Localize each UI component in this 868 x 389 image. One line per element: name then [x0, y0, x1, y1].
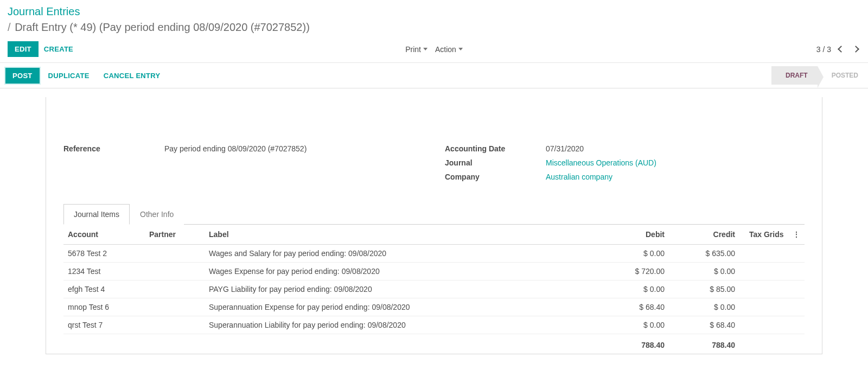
cell-debit: $ 0.00 — [598, 280, 669, 298]
table-row[interactable]: qrst Test 7Superannuation Liability for … — [63, 316, 805, 334]
cell-label: Superannuation Liability for pay period … — [205, 316, 598, 334]
print-menu[interactable]: Print — [405, 45, 427, 54]
cell-credit: $ 635.00 — [669, 245, 739, 263]
cell-partner — [145, 298, 205, 316]
th-credit[interactable]: Credit — [669, 225, 739, 245]
action-label: Action — [435, 45, 456, 54]
company-label: Company — [445, 173, 546, 181]
cell-blank — [788, 316, 805, 334]
pager-prev-button[interactable] — [837, 43, 846, 55]
cell-tax — [739, 298, 788, 316]
cell-debit: $ 0.00 — [598, 245, 669, 263]
cell-account: efgh Test 4 — [63, 280, 145, 298]
breadcrumb-current: Draft Entry (* 49) (Pay period ending 08… — [15, 21, 310, 33]
total-credit: 788.40 — [669, 334, 739, 354]
cell-label: PAYG Liability for pay period ending: 09… — [205, 280, 598, 298]
cancel-entry-button[interactable]: CANCEL ENTRY — [98, 68, 166, 83]
breadcrumb-slash: / — [8, 21, 11, 33]
cell-account: 1234 Test — [63, 263, 145, 280]
control-bar: EDIT CREATE Print Action 3 / 3 — [0, 38, 868, 63]
print-label: Print — [405, 45, 421, 54]
cell-debit: $ 68.40 — [598, 298, 669, 316]
th-partner[interactable]: Partner — [145, 225, 205, 245]
journal-items-table: Account Partner Label Debit Credit Tax G… — [63, 225, 805, 354]
edit-button[interactable]: EDIT — [8, 41, 39, 57]
cell-partner — [145, 245, 205, 263]
cell-debit: $ 0.00 — [598, 316, 669, 334]
breadcrumb: Journal Entries / Draft Entry (* 49) (Pa… — [0, 0, 868, 38]
pager-value[interactable]: 3 / 3 — [816, 45, 831, 54]
cell-account: qrst Test 7 — [63, 316, 145, 334]
tabs: Journal Items Other Info — [63, 203, 805, 225]
table-row[interactable]: efgh Test 4PAYG Liability for pay period… — [63, 280, 805, 298]
duplicate-button[interactable]: DUPLICATE — [43, 68, 95, 83]
reference-label: Reference — [63, 144, 164, 153]
tab-journal-items[interactable]: Journal Items — [63, 204, 130, 225]
more-vertical-icon: ⋮ — [793, 232, 800, 237]
accounting-date-value: 07/31/2020 — [546, 144, 805, 153]
tab-other-info[interactable]: Other Info — [130, 204, 184, 225]
th-tax-grids[interactable]: Tax Grids — [739, 225, 788, 245]
total-debit: 788.40 — [598, 334, 669, 354]
caret-down-icon — [423, 48, 427, 50]
breadcrumb-root-link[interactable]: Journal Entries — [8, 5, 80, 17]
cell-tax — [739, 263, 788, 280]
journal-value-link[interactable]: Miscellaneous Operations (AUD) — [546, 158, 805, 167]
cell-blank — [788, 280, 805, 298]
cell-label: Wages Expense for pay period ending: 09/… — [205, 263, 598, 280]
pager-next-button[interactable] — [851, 43, 860, 55]
cell-blank — [788, 298, 805, 316]
cell-label: Wages and Salary for pay period ending: … — [205, 245, 598, 263]
cell-credit: $ 68.40 — [669, 316, 739, 334]
reference-value: Pay period ending 08/09/2020 (#7027852) — [164, 144, 423, 153]
table-row[interactable]: 5678 Test 2Wages and Salary for pay peri… — [63, 245, 805, 263]
cell-blank — [788, 245, 805, 263]
th-options[interactable]: ⋮ — [788, 225, 805, 245]
cell-partner — [145, 263, 205, 280]
cell-partner — [145, 316, 205, 334]
cell-blank — [788, 263, 805, 280]
caret-down-icon — [458, 48, 463, 50]
journal-label: Journal — [445, 158, 546, 167]
cell-credit: $ 0.00 — [669, 298, 739, 316]
chevron-right-icon — [852, 46, 859, 53]
chevron-left-icon — [838, 46, 845, 53]
company-value-link[interactable]: Australian company — [546, 173, 805, 181]
cell-label: Superannuation Expense for pay period en… — [205, 298, 598, 316]
cell-credit: $ 0.00 — [669, 263, 739, 280]
cell-tax — [739, 316, 788, 334]
status-bar: POST DUPLICATE CANCEL ENTRY DRAFT POSTED — [0, 63, 868, 88]
table-row[interactable]: mnop Test 6Superannuation Expense for pa… — [63, 298, 805, 316]
cell-account: mnop Test 6 — [63, 298, 145, 316]
cell-debit: $ 720.00 — [598, 263, 669, 280]
post-button[interactable]: POST — [5, 68, 40, 84]
th-account[interactable]: Account — [63, 225, 145, 245]
th-label[interactable]: Label — [205, 225, 598, 245]
cell-credit: $ 85.00 — [669, 280, 739, 298]
form-sheet: Reference Pay period ending 08/09/2020 (… — [46, 97, 822, 354]
cell-partner — [145, 280, 205, 298]
cell-tax — [739, 245, 788, 263]
accounting-date-label: Accounting Date — [445, 144, 546, 153]
create-button[interactable]: CREATE — [39, 42, 79, 56]
cell-account: 5678 Test 2 — [63, 245, 145, 263]
th-debit[interactable]: Debit — [598, 225, 669, 245]
cell-tax — [739, 280, 788, 298]
status-posted[interactable]: POSTED — [818, 66, 868, 85]
table-row[interactable]: 1234 TestWages Expense for pay period en… — [63, 263, 805, 280]
status-draft[interactable]: DRAFT — [771, 66, 818, 85]
action-menu[interactable]: Action — [435, 45, 463, 54]
